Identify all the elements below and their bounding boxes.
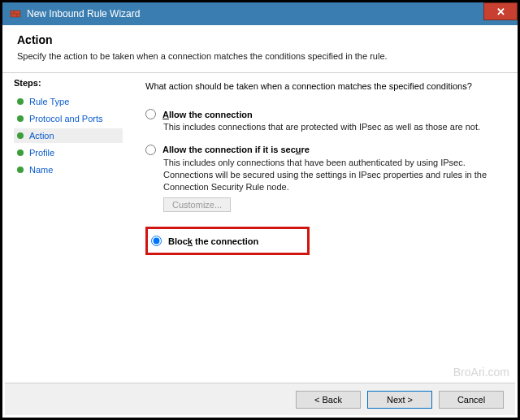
step-dot-icon xyxy=(17,167,24,173)
close-icon: ✕ xyxy=(496,6,505,18)
wizard-header: Action Specify the action to be taken wh… xyxy=(2,25,518,72)
option-allow-secure-desc: This includes only connections that have… xyxy=(163,157,496,193)
option-block: Block the connection xyxy=(151,236,258,246)
page-desc: Specify the action to be taken when a co… xyxy=(17,51,503,61)
watermark: BroAri.com xyxy=(453,366,509,379)
step-name[interactable]: Name xyxy=(14,162,123,177)
page-title: Action xyxy=(17,33,503,46)
close-button[interactable]: ✕ xyxy=(483,2,518,20)
back-button[interactable]: < Back xyxy=(296,391,361,409)
step-rule-type[interactable]: Rule Type xyxy=(14,94,123,109)
radio-block[interactable] xyxy=(151,236,162,246)
firewall-icon xyxy=(9,7,22,20)
step-dot-icon xyxy=(17,149,24,156)
step-dot-icon xyxy=(17,115,24,122)
steps-heading: Steps: xyxy=(14,78,123,88)
step-label: Rule Type xyxy=(29,97,69,106)
window-title: New Inbound Rule Wizard xyxy=(27,8,140,19)
option-allow-secure-label[interactable]: Allow the connection if it is secure xyxy=(162,145,310,154)
step-label: Name xyxy=(29,165,53,175)
radio-allow[interactable] xyxy=(145,109,156,119)
steps-sidebar: Steps: Rule Type Protocol and Ports Acti… xyxy=(2,73,131,396)
option-allow-desc: This includes connections that are prote… xyxy=(163,121,496,133)
customize-button: Customize... xyxy=(163,197,231,212)
step-label: Action xyxy=(29,131,54,141)
option-allow: Allow the connection This includes conne… xyxy=(145,109,496,133)
option-allow-label[interactable]: Allow the connection xyxy=(162,110,253,119)
step-protocol-ports[interactable]: Protocol and Ports xyxy=(14,111,123,126)
cancel-button[interactable]: Cancel xyxy=(439,391,504,409)
footer-buttons: < Back Next > Cancel xyxy=(5,383,515,415)
next-button[interactable]: Next > xyxy=(367,391,432,409)
main-content: What action should be taken when a conne… xyxy=(131,73,518,396)
action-question: What action should be taken when a conne… xyxy=(145,81,496,91)
radio-allow-secure[interactable] xyxy=(145,145,156,155)
step-dot-icon xyxy=(17,98,24,105)
highlight-annotation: Block the connection xyxy=(145,227,310,255)
option-allow-secure: Allow the connection if it is secure Thi… xyxy=(145,145,496,213)
step-label: Protocol and Ports xyxy=(29,114,103,123)
step-dot-icon xyxy=(17,132,24,139)
titlebar: New Inbound Rule Wizard ✕ xyxy=(2,2,518,25)
step-action[interactable]: Action xyxy=(14,128,123,143)
step-profile[interactable]: Profile xyxy=(14,145,123,160)
option-block-label[interactable]: Block the connection xyxy=(168,236,258,246)
step-label: Profile xyxy=(29,148,54,158)
